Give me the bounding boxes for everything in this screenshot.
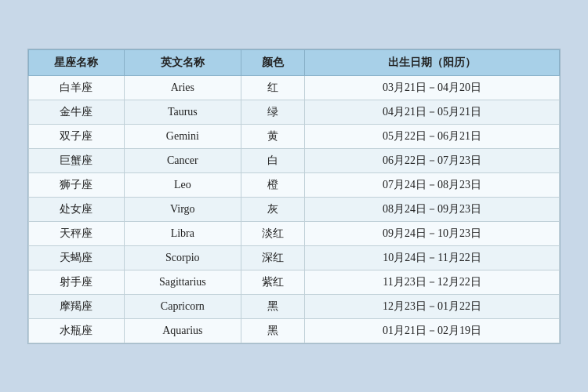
cell-date: 08月24日－09月23日 bbox=[305, 197, 560, 221]
cell-zh: 水瓶座 bbox=[29, 318, 125, 343]
cell-date: 07月24日－08月23日 bbox=[305, 172, 560, 197]
cell-color: 绿 bbox=[241, 100, 304, 124]
cell-zh: 射手座 bbox=[29, 270, 125, 294]
cell-zh: 巨蟹座 bbox=[29, 148, 125, 172]
cell-date: 11月23日－12月22日 bbox=[305, 270, 560, 294]
table-row: 白羊座Aries红03月21日－04月20日 bbox=[29, 75, 560, 100]
cell-zh: 处女座 bbox=[29, 197, 125, 221]
cell-zh: 摩羯座 bbox=[29, 294, 125, 318]
cell-date: 01月21日－02月19日 bbox=[305, 318, 560, 343]
cell-en: Gemini bbox=[124, 124, 241, 148]
cell-en: Cancer bbox=[124, 148, 241, 172]
table-row: 天蝎座Scorpio深红10月24日－11月22日 bbox=[29, 245, 560, 270]
cell-en: Scorpio bbox=[124, 245, 241, 270]
cell-color: 淡红 bbox=[241, 221, 304, 245]
cell-en: Aquarius bbox=[124, 318, 241, 343]
header-en: 英文名称 bbox=[124, 49, 241, 75]
header-color: 颜色 bbox=[241, 49, 304, 75]
cell-en: Aries bbox=[124, 75, 241, 100]
cell-en: Libra bbox=[124, 221, 241, 245]
table-row: 水瓶座Aquarius黑01月21日－02月19日 bbox=[29, 318, 560, 343]
table-header-row: 星座名称 英文名称 颜色 出生日期（阳历） bbox=[29, 49, 560, 75]
cell-date: 10月24日－11月22日 bbox=[305, 245, 560, 270]
cell-color: 深红 bbox=[241, 245, 304, 270]
cell-date: 03月21日－04月20日 bbox=[305, 75, 560, 100]
cell-color: 灰 bbox=[241, 197, 304, 221]
cell-zh: 天蝎座 bbox=[29, 245, 125, 270]
cell-zh: 天秤座 bbox=[29, 221, 125, 245]
cell-date: 05月22日－06月21日 bbox=[305, 124, 560, 148]
zodiac-table-container: 星座名称 英文名称 颜色 出生日期（阳历） 白羊座Aries红03月21日－04… bbox=[27, 49, 561, 344]
cell-color: 黑 bbox=[241, 318, 304, 343]
cell-en: Capricorn bbox=[124, 294, 241, 318]
cell-color: 紫红 bbox=[241, 270, 304, 294]
table-row: 处女座Virgo灰08月24日－09月23日 bbox=[29, 197, 560, 221]
table-row: 金牛座Taurus绿04月21日－05月21日 bbox=[29, 100, 560, 124]
table-row: 狮子座Leo橙07月24日－08月23日 bbox=[29, 172, 560, 197]
table-row: 摩羯座Capricorn黑12月23日－01月22日 bbox=[29, 294, 560, 318]
cell-zh: 狮子座 bbox=[29, 172, 125, 197]
cell-en: Leo bbox=[124, 172, 241, 197]
cell-color: 红 bbox=[241, 75, 304, 100]
cell-en: Virgo bbox=[124, 197, 241, 221]
cell-color: 橙 bbox=[241, 172, 304, 197]
cell-color: 黑 bbox=[241, 294, 304, 318]
cell-en: Sagittarius bbox=[124, 270, 241, 294]
cell-date: 04月21日－05月21日 bbox=[305, 100, 560, 124]
cell-date: 09月24日－10月23日 bbox=[305, 221, 560, 245]
table-row: 射手座Sagittarius紫红11月23日－12月22日 bbox=[29, 270, 560, 294]
table-body: 白羊座Aries红03月21日－04月20日金牛座Taurus绿04月21日－0… bbox=[29, 75, 560, 343]
zodiac-table: 星座名称 英文名称 颜色 出生日期（阳历） 白羊座Aries红03月21日－04… bbox=[28, 49, 560, 343]
cell-date: 06月22日－07月23日 bbox=[305, 148, 560, 172]
cell-date: 12月23日－01月22日 bbox=[305, 294, 560, 318]
table-row: 巨蟹座Cancer白06月22日－07月23日 bbox=[29, 148, 560, 172]
cell-zh: 双子座 bbox=[29, 124, 125, 148]
cell-color: 白 bbox=[241, 148, 304, 172]
cell-color: 黄 bbox=[241, 124, 304, 148]
table-row: 天秤座Libra淡红09月24日－10月23日 bbox=[29, 221, 560, 245]
cell-zh: 金牛座 bbox=[29, 100, 125, 124]
table-row: 双子座Gemini黄05月22日－06月21日 bbox=[29, 124, 560, 148]
cell-en: Taurus bbox=[124, 100, 241, 124]
header-date: 出生日期（阳历） bbox=[305, 49, 560, 75]
header-zh: 星座名称 bbox=[29, 49, 125, 75]
cell-zh: 白羊座 bbox=[29, 75, 125, 100]
